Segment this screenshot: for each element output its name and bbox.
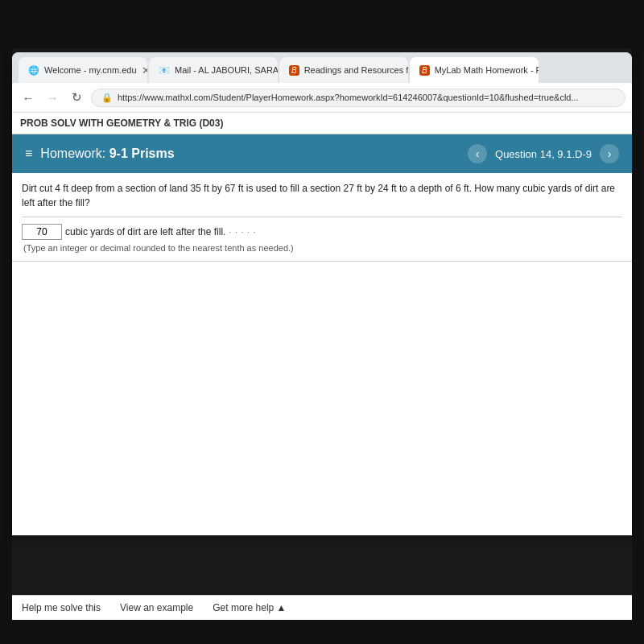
lock-icon: 🔒 [101, 93, 113, 103]
hw-title: Homework: 9-1 Prisms [40, 147, 174, 161]
hw-title-strong: 9-1 Prisms [109, 147, 175, 160]
forward-button[interactable]: → [43, 88, 62, 107]
answer-suffix: cubic yards of dirt are left after the f… [65, 226, 225, 237]
help-solve-link[interactable]: Help me solve this [22, 602, 101, 613]
hw-nav: ‹ Question 14, 9.1.D-9 › [468, 144, 619, 163]
tab-mylab-label: MyLab Math Homework - P... [435, 65, 539, 75]
bezel-bottom [0, 620, 644, 644]
question-area: Dirt cut 4 ft deep from a section of lan… [12, 173, 632, 262]
page-title-bar: PROB SOLV WITH GEOMETRY & TRIG (D03) [12, 113, 632, 134]
tab-welcome-close[interactable]: ✕ [142, 64, 147, 76]
browser-window: 🌐 Welcome - my.cnm.edu ✕ 📧 Mail - AL JAB… [12, 52, 632, 535]
bezel-left [0, 48, 12, 644]
main-content-area [12, 262, 632, 535]
bezel-top [0, 0, 644, 48]
tab-welcome-label: Welcome - my.cnm.edu [44, 65, 137, 75]
tab-welcome-icon: 🌐 [28, 65, 39, 76]
bottom-bar: Help me solve this View an example Get m… [12, 595, 632, 620]
tab-welcome[interactable]: 🌐 Welcome - my.cnm.edu ✕ [19, 57, 147, 83]
tab-mail[interactable]: 📧 Mail - AL JABOURI, SARAH ✕ [149, 57, 278, 83]
bezel-right [632, 48, 644, 644]
question-text: Dirt cut 4 ft deep from a section of lan… [22, 181, 622, 210]
question-label: Question 14, 9.1.D-9 [495, 148, 592, 160]
tab-mail-icon: 📧 [159, 65, 170, 76]
hamburger-icon[interactable]: ≡ [25, 147, 32, 161]
get-more-help-link[interactable]: Get more help ▲ [213, 602, 286, 613]
address-text: https://www.mathxl.com/Student/PlayerHom… [118, 93, 579, 102]
refresh-button[interactable]: ↻ [67, 88, 86, 107]
tab-mail-label: Mail - AL JABOURI, SARAH [175, 65, 278, 75]
tab-readings[interactable]: B Readings and Resources fo... ✕ [279, 57, 408, 83]
next-question-button[interactable]: › [600, 144, 619, 163]
answer-input[interactable] [22, 224, 62, 240]
homework-header: ≡ Homework: 9-1 Prisms ‹ Question 14, 9.… [12, 134, 632, 173]
tab-readings-icon: B [289, 65, 299, 76]
dots-indicator: · · · · · [229, 228, 256, 237]
tab-bar: 🌐 Welcome - my.cnm.edu ✕ 📧 Mail - AL JAB… [12, 52, 632, 83]
tab-readings-label: Readings and Resources fo... [304, 65, 408, 75]
address-box[interactable]: 🔒 https://www.mathxl.com/Student/PlayerH… [91, 89, 625, 107]
hw-title-prefix: Homework: [40, 147, 109, 160]
answer-hint: (Type an integer or decimal rounded to t… [22, 243, 622, 253]
back-button[interactable]: ← [19, 88, 38, 107]
prev-question-button[interactable]: ‹ [468, 144, 487, 163]
tab-mylab[interactable]: B MyLab Math Homework - P... ✕ [410, 57, 539, 83]
tab-mylab-icon: B [419, 65, 430, 76]
page-title: PROB SOLV WITH GEOMETRY & TRIG (D03) [20, 118, 223, 129]
address-bar-row: ← → ↻ 🔒 https://www.mathxl.com/Student/P… [12, 83, 632, 113]
hw-header-left: ≡ Homework: 9-1 Prisms [25, 147, 175, 161]
answer-row: cubic yards of dirt are left after the f… [22, 217, 622, 240]
view-example-link[interactable]: View an example [120, 602, 193, 613]
